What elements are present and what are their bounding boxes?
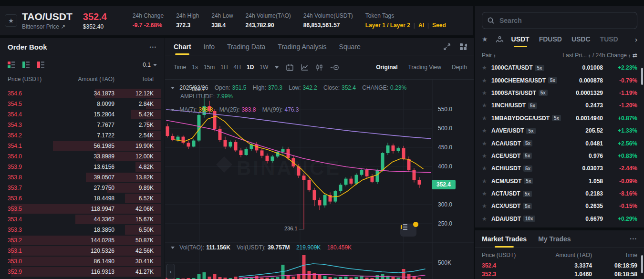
tab-info[interactable]: Info bbox=[204, 38, 215, 55]
ask-row[interactable]: 354.634.187312.12K bbox=[0, 88, 165, 99]
trade-row[interactable]: 352.31.046008:18:58 bbox=[475, 269, 644, 278]
ask-row[interactable]: 353.727.97509.89K bbox=[0, 183, 165, 193]
tab-trading-analysis[interactable]: Trading Analysis bbox=[278, 38, 326, 55]
pair-row[interactable]: ★ACX/USDT5x0.2635-0.15% bbox=[475, 200, 644, 212]
chart-area[interactable]: BINANCE550.0500.0450.0400.0300.0250.0500… bbox=[165, 80, 474, 279]
interval-1h[interactable]: 1H bbox=[220, 64, 228, 71]
ask-row[interactable]: 354.27.17222.54K bbox=[0, 130, 165, 141]
star-icon[interactable]: ★ bbox=[482, 102, 491, 109]
ask-row[interactable]: 352.9116.931341.27K bbox=[0, 267, 165, 277]
interval-15m[interactable]: 15m bbox=[204, 64, 215, 71]
scrollbar[interactable] bbox=[641, 68, 643, 85]
quote-tab-usdt[interactable]: USDT bbox=[511, 30, 530, 48]
pair-row[interactable]: ★ACE/USDT5x0.976+0.83% bbox=[475, 150, 644, 162]
ask-row[interactable]: 353.086.149030.41K bbox=[0, 256, 165, 267]
ask-row[interactable]: 353.444.336215.67K bbox=[0, 214, 165, 225]
ask-row[interactable]: 354.156.198519.90K bbox=[0, 141, 165, 151]
pair-row[interactable]: ★1000CHEEMS/USDT5x0.000878-0.79% bbox=[475, 74, 644, 86]
token-tag-link[interactable]: AI bbox=[418, 22, 424, 29]
fullscreen-icon[interactable] bbox=[443, 43, 451, 51]
ask-row[interactable]: 354.37.76772.75K bbox=[0, 120, 165, 130]
view-depth[interactable]: Depth bbox=[452, 64, 467, 71]
scroll-right-button[interactable]: › bbox=[166, 264, 175, 279]
ask-row[interactable]: 353.2144.028550.87K bbox=[0, 235, 165, 246]
trade-row[interactable]: 352.43.337408:18:59 bbox=[475, 260, 644, 269]
pair-row[interactable]: ★1MBABYDOGE/USDT5x0.0014940+0.87% bbox=[475, 112, 644, 124]
search-input[interactable] bbox=[499, 16, 620, 25]
quote-tab-fdusd[interactable]: FDUSD bbox=[539, 30, 562, 48]
star-icon[interactable]: ★ bbox=[482, 64, 491, 71]
pair-row[interactable]: ★ACM/USDT5x1.058-0.09% bbox=[475, 175, 644, 187]
sort-by-pair[interactable]: Pair▲▼ bbox=[482, 52, 496, 59]
interval-1w[interactable]: 1W bbox=[260, 64, 268, 71]
sort-by-price[interactable]: Last Pri...▲▼ bbox=[562, 52, 591, 59]
layout-widgets-icon[interactable] bbox=[459, 43, 467, 51]
more-quotes-chevron-icon[interactable]: › bbox=[635, 35, 637, 43]
ask-row[interactable]: 354.58.00992.84K bbox=[0, 99, 165, 109]
ask-row[interactable]: 353.1120.532642.56K bbox=[0, 246, 165, 256]
star-icon[interactable]: ★ bbox=[482, 190, 491, 197]
sort-by-change[interactable]: / 24h Change▲▼ bbox=[592, 52, 631, 59]
pair-row[interactable]: ★AAVE/USDT5x205.52+1.33% bbox=[475, 124, 644, 137]
orderbook-overlay-toggle[interactable] bbox=[400, 224, 416, 237]
candlestick-icon[interactable] bbox=[316, 64, 323, 71]
star-icon[interactable]: ★ bbox=[482, 178, 491, 185]
scrollbar[interactable] bbox=[641, 255, 643, 273]
depth-view-both-icon[interactable] bbox=[8, 62, 15, 69]
star-icon[interactable]: ★ bbox=[482, 127, 491, 134]
star-icon[interactable]: ★ bbox=[482, 77, 491, 84]
tab-my-trades[interactable]: My Trades bbox=[538, 230, 571, 248]
pair-row[interactable]: ★ACT/USDT5x0.2183-8.16% bbox=[475, 187, 644, 200]
quote-tab-tusd[interactable]: TUSD bbox=[600, 30, 618, 48]
star-icon[interactable]: ★ bbox=[482, 115, 491, 122]
search-box[interactable] bbox=[482, 12, 637, 29]
interval-1s[interactable]: 1s bbox=[192, 64, 198, 71]
depth-view-bids-icon[interactable] bbox=[22, 62, 30, 69]
tab-square[interactable]: Square bbox=[339, 38, 361, 55]
pair-row[interactable]: ★ADA/USDT10x0.6679+0.29% bbox=[475, 213, 644, 225]
ask-row[interactable]: 353.5118.994742.06K bbox=[0, 204, 165, 214]
ask-row[interactable]: 353.839.050713.82K bbox=[0, 172, 165, 183]
star-icon[interactable]: ★ bbox=[482, 203, 491, 209]
star-icon[interactable]: ★ bbox=[482, 153, 491, 159]
ask-row[interactable]: 353.913.61564.82K bbox=[0, 162, 165, 172]
precision-dropdown[interactable]: 0.1 bbox=[143, 62, 157, 68]
pair-subtitle-link[interactable]: Bittensor Price ↗ bbox=[22, 23, 73, 30]
token-tag-link[interactable]: Seed bbox=[432, 22, 446, 29]
star-icon[interactable]: ★ bbox=[482, 216, 491, 222]
interval-1d[interactable]: 1D bbox=[247, 64, 254, 71]
pair-row[interactable]: ★ACH/USDT5x0.03073-2.44% bbox=[475, 162, 644, 175]
quote-tab-usdc[interactable]: USDC bbox=[571, 30, 591, 48]
indicator-icon[interactable] bbox=[331, 64, 339, 71]
toggle-columns-icon[interactable]: ⇄ bbox=[633, 52, 637, 59]
pair-row[interactable]: ★1000CAT/USDT5x0.01008+2.23% bbox=[475, 62, 644, 74]
tab-chart[interactable]: Chart bbox=[174, 38, 191, 55]
calendar-icon[interactable] bbox=[286, 64, 293, 71]
tab-trading-data[interactable]: Trading Data bbox=[227, 38, 265, 55]
view-trading-view[interactable]: Trading View bbox=[408, 64, 441, 71]
time-label[interactable]: Time bbox=[174, 64, 186, 71]
order-book-title: Order Book bbox=[8, 43, 47, 51]
holding-hands-icon[interactable] bbox=[496, 36, 504, 43]
ask-row[interactable]: 354.415.28045.42K bbox=[0, 109, 165, 120]
favorite-star-button[interactable]: ★ bbox=[5, 14, 17, 27]
tab-market-trades[interactable]: Market Trades bbox=[482, 230, 527, 248]
star-icon[interactable]: ★ bbox=[482, 90, 491, 96]
pair-row[interactable]: ★ACA/USDT5x0.0481+2.56% bbox=[475, 137, 644, 149]
depth-view-asks-icon[interactable] bbox=[37, 62, 44, 69]
ask-row[interactable]: 354.033.898912.00K bbox=[0, 151, 165, 162]
view-original[interactable]: Original bbox=[376, 64, 397, 71]
line-chart-icon[interactable] bbox=[301, 64, 308, 71]
interval-4h[interactable]: 4H bbox=[234, 64, 241, 71]
interval-more-icon[interactable] bbox=[275, 66, 279, 69]
favorites-star-tab[interactable]: ★ bbox=[482, 35, 488, 43]
token-tag-link[interactable]: Layer 1 / Layer 2 bbox=[365, 22, 410, 29]
pair-row[interactable]: ★1INCH/USDT5x0.2473-1.20% bbox=[475, 99, 644, 112]
star-icon[interactable]: ★ bbox=[482, 165, 491, 172]
ask-row[interactable]: 353.618.44986.52K bbox=[0, 193, 165, 204]
pair-row[interactable]: ★1000SATS/USDT5x0.0001329-1.19% bbox=[475, 87, 644, 99]
star-icon[interactable]: ★ bbox=[482, 140, 491, 147]
trades-menu-icon[interactable]: ••• bbox=[630, 237, 637, 241]
ask-row[interactable]: 353.318.38506.50K bbox=[0, 225, 165, 235]
order-book-menu-icon[interactable]: ••• bbox=[150, 45, 157, 50]
